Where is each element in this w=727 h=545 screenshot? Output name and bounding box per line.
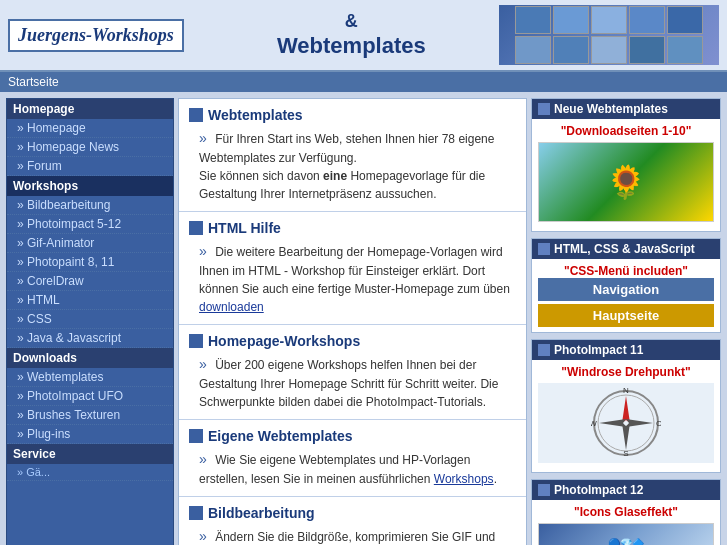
link-downloaden[interactable]: downloaden <box>199 300 264 314</box>
bullet-2: » <box>199 243 207 259</box>
content-area: Webtemplates » Für Ihren Start ins Web, … <box>178 98 527 545</box>
bildbearbeitung-heading: Bildbearbeitung <box>208 505 315 521</box>
rs-html-css-js-body: "CSS-Menü includen" Navigation Hauptseit… <box>532 259 720 332</box>
webtemplates-heading: Webtemplates <box>208 107 303 123</box>
block-eigene-webtemplates-body: » Wie Sie eigene Webtemplates und HP-Vor… <box>189 449 516 488</box>
logo-box: Juergens-Workshops <box>8 19 184 52</box>
block-homepage-workshops-body: » Über 200 eigene Workshops helfen Ihnen… <box>189 354 516 411</box>
block-homepage-workshops: Homepage-Workshops » Über 200 eigene Wor… <box>179 325 526 420</box>
bullet-5: » <box>199 528 207 544</box>
breadcrumb: Startseite <box>0 72 727 92</box>
thumb-1 <box>515 6 551 34</box>
thumb-5 <box>667 6 703 34</box>
sidebar-item-photopaint[interactable]: » Photopaint 8, 11 <box>7 253 173 272</box>
rs-photoimpact12-icon <box>538 484 550 496</box>
svg-text:O: O <box>656 419 661 428</box>
html-hilfe-heading: HTML Hilfe <box>208 220 281 236</box>
sidebar-item-photoimpact[interactable]: » Photoimpact 5-12 <box>7 215 173 234</box>
rs-neue-webtemplates-icon <box>538 103 550 115</box>
bullet-1: » <box>199 130 207 146</box>
rs-header-neue-webtemplates: Neue Webtemplates <box>532 99 720 119</box>
thumb-10 <box>667 36 703 64</box>
rs-neue-webtemplates-thumb: 🌻 <box>538 142 714 222</box>
rs-header-photoimpact11: PhotoImpact 11 <box>532 340 720 360</box>
sidebar-item-plugins[interactable]: » Plug-ins <box>7 425 173 444</box>
rs-glaseffekt-link[interactable]: "Icons Glaseffekt" <box>538 505 714 519</box>
rs-navigation-button[interactable]: Navigation <box>538 278 714 301</box>
rs-css-menue-link[interactable]: "CSS-Menü includen" <box>538 264 714 278</box>
sidebar-item-coreldraw[interactable]: » CorelDraw <box>7 272 173 291</box>
sidebar-section-downloads: Downloads <box>7 348 173 368</box>
block-eigene-webtemplates: Eigene Webtemplates » Wie Sie eigene Web… <box>179 420 526 497</box>
rs-photoimpact11-label: PhotoImpact 11 <box>554 343 643 357</box>
sidebar-section-service-label: Service <box>13 447 56 461</box>
rs-neue-webtemplates-body: "Downloadseiten 1-10" 🌻 <box>532 119 720 231</box>
thumb-sunflower-emoji: 🌻 <box>606 163 646 201</box>
rs-windrose-link[interactable]: "Windrose Drehpunkt" <box>538 365 714 379</box>
svg-text:W: W <box>591 419 597 428</box>
block-html-hilfe-body: » Die weitere Bearbeitung der Homepage-V… <box>189 241 516 316</box>
right-sidebar: Neue Webtemplates "Downloadseiten 1-10" … <box>531 98 721 545</box>
rs-photoimpact12-label: PhotoImpact 12 <box>554 483 643 497</box>
sidebar-section-homepage: Homepage <box>7 99 173 119</box>
sidebar-item-bildbearbeitung[interactable]: » Bildbearbeitung <box>7 196 173 215</box>
rs-photoimpact12-body: "Icons Glaseffekt" 🔵💎🔷 <box>532 500 720 545</box>
rs-header-html-css-js: HTML, CSS & JavaScript <box>532 239 720 259</box>
rs-block-photoimpact11: PhotoImpact 11 "Windrose Drehpunkt" N S … <box>531 339 721 473</box>
sidebar-item-brushes[interactable]: » Brushes Texturen <box>7 406 173 425</box>
rs-photoimpact11-body: "Windrose Drehpunkt" N S W O <box>532 360 720 472</box>
logo-text: Juergens-Workshops <box>18 25 174 45</box>
sidebar-item-java[interactable]: » Java & Javascript <box>7 329 173 348</box>
header-webtemplates: Webtemplates <box>277 33 426 59</box>
sidebar-item-forum[interactable]: » Forum <box>7 157 173 176</box>
sidebar-section-workshops: Workshops <box>7 176 173 196</box>
sidebar-item-gif-animator[interactable]: » Gif-Animator <box>7 234 173 253</box>
sidebar: Homepage » Homepage » Homepage News » Fo… <box>6 98 174 545</box>
rs-photoimpact11-icon <box>538 344 550 356</box>
thumb-6 <box>515 36 551 64</box>
sidebar-item-html[interactable]: » HTML <box>7 291 173 310</box>
sidebar-item-homepage-news[interactable]: » Homepage News <box>7 138 173 157</box>
header-center: & Webtemplates <box>204 11 499 59</box>
html-hilfe-icon <box>189 221 203 235</box>
svg-marker-3 <box>622 423 630 450</box>
rs-compass-thumb: N S W O <box>538 383 714 463</box>
sidebar-item-service-1[interactable]: » Gä... <box>7 464 173 481</box>
homepage-workshops-icon <box>189 334 203 348</box>
rs-neue-webtemplates-link[interactable]: "Downloadseiten 1-10" <box>538 124 714 138</box>
rs-block-photoimpact12: PhotoImpact 12 "Icons Glaseffekt" 🔵💎🔷 <box>531 479 721 545</box>
rs-html-css-js-label: HTML, CSS & JavaScript <box>554 242 695 256</box>
rs-header-photoimpact12: PhotoImpact 12 <box>532 480 720 500</box>
thumb-4 <box>629 6 665 34</box>
header-thumbnails <box>515 6 703 64</box>
rs-block-html-css-js: HTML, CSS & JavaScript "CSS-Menü include… <box>531 238 721 333</box>
compass-svg: N S W O <box>591 388 661 458</box>
sidebar-item-webtemplates[interactable]: » Webtemplates <box>7 368 173 387</box>
rs-hauptseite-button[interactable]: Hauptseite <box>538 304 714 327</box>
block-webtemplates: Webtemplates » Für Ihren Start ins Web, … <box>179 99 526 212</box>
thumb-7 <box>553 36 589 64</box>
sidebar-item-css[interactable]: » CSS <box>7 310 173 329</box>
webtemplates-icon <box>189 108 203 122</box>
block-bildbearbeitung-body: » Ändern Sie die Bildgröße, komprimieren… <box>189 526 516 545</box>
bullet-4: » <box>199 451 207 467</box>
sidebar-item-photoimpact-ufo[interactable]: » PhotoImpact UFO <box>7 387 173 406</box>
thumb-3 <box>591 6 627 34</box>
eigene-webtemplates-icon <box>189 429 203 443</box>
sidebar-item-homepage[interactable]: » Homepage <box>7 119 173 138</box>
thumb-9 <box>629 36 665 64</box>
block-bildbearbeitung: Bildbearbeitung » Ändern Sie die Bildgrö… <box>179 497 526 545</box>
rs-neue-webtemplates-label: Neue Webtemplates <box>554 102 668 116</box>
glaseffekt-placeholder: 🔵💎🔷 <box>608 538 644 546</box>
eigene-webtemplates-heading: Eigene Webtemplates <box>208 428 352 444</box>
svg-marker-4 <box>599 419 626 427</box>
block-eigene-webtemplates-title: Eigene Webtemplates <box>189 428 516 444</box>
bildbearbeitung-icon <box>189 506 203 520</box>
header-banner <box>499 5 719 65</box>
sidebar-section-homepage-label: Homepage <box>13 102 74 116</box>
svg-marker-5 <box>626 419 653 427</box>
thumb-8 <box>591 36 627 64</box>
header-ampersand: & <box>277 11 426 33</box>
link-workshops[interactable]: Workshops <box>434 472 494 486</box>
block-html-hilfe-title: HTML Hilfe <box>189 220 516 236</box>
